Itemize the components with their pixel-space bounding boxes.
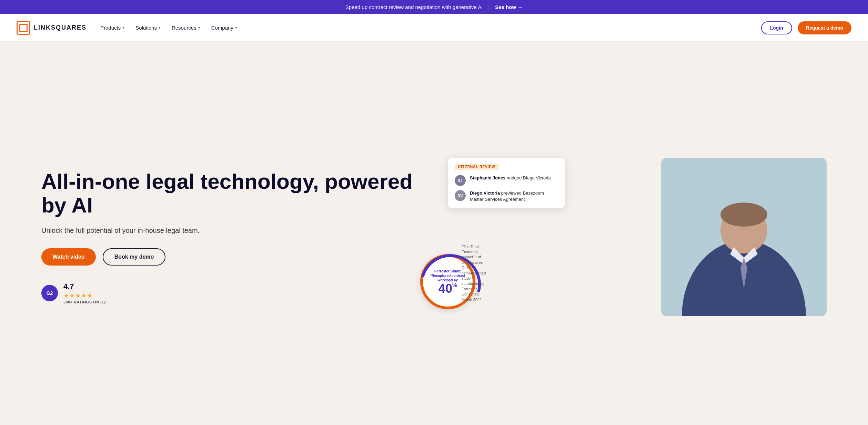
svg-point-3	[720, 203, 767, 227]
request-demo-button[interactable]: Request a demo	[798, 21, 851, 34]
g2-badge: G2	[41, 285, 58, 301]
chevron-down-icon: ▾	[198, 25, 200, 30]
see-how-link[interactable]: See how →	[495, 4, 523, 10]
banner-separator: |	[488, 4, 489, 10]
banner-text: Speed up contract review and negotiation…	[345, 4, 483, 10]
activity-text-sj: Stephanie Jones nudged Diego Victoria	[470, 175, 551, 181]
chevron-down-icon: ▾	[235, 25, 237, 30]
hero-image	[661, 158, 827, 316]
nav-left: LINKSQUARES Products ▾ Solutions ▾ Resou…	[17, 21, 237, 35]
hero-subtitle: Unlock the full potential of your in-hou…	[41, 227, 434, 235]
chevron-down-icon: ▾	[159, 25, 161, 30]
hero-right: INTERNAL REVIEW SJ Stephanie Jones nudge…	[434, 158, 827, 316]
activity-tag: INTERNAL REVIEW	[455, 164, 499, 170]
forrester-note: *The Total Economic Impact™ of LinkSquar…	[462, 244, 486, 302]
avatar-dv: DV	[455, 190, 466, 201]
nav-item-company[interactable]: Company ▾	[211, 25, 237, 31]
forrester-wrap: Forrester Study: *Recaptured contract wo…	[420, 254, 475, 309]
nav-item-resources[interactable]: Resources ▾	[172, 25, 200, 31]
forrester-percentage: 40%	[438, 282, 457, 295]
hero-section: All-in-one legal technology, powered by …	[0, 42, 868, 425]
nav-item-products[interactable]: Products ▾	[100, 25, 124, 31]
hero-buttons: Watch video Book my demo	[41, 248, 434, 266]
person-silhouette	[661, 158, 827, 316]
hero-title: All-in-one legal technology, powered by …	[41, 170, 434, 217]
navbar: LINKSQUARES Products ▾ Solutions ▾ Resou…	[0, 14, 868, 42]
rating-count: 300+ RATINGS ON G2	[63, 300, 106, 304]
activity-text-dv: Diego Victoria previewed Basezoom Master…	[470, 190, 558, 203]
top-banner: Speed up contract review and negotiation…	[0, 0, 868, 14]
book-demo-button[interactable]: Book my demo	[103, 248, 166, 266]
rating-row: G2 4.7 ★★★★★ 300+ RATINGS ON G2	[41, 282, 434, 304]
logo-text: LINKSQUARES	[34, 24, 87, 31]
activity-item-sj: SJ Stephanie Jones nudged Diego Victoria	[455, 175, 558, 186]
logo[interactable]: LINKSQUARES	[17, 21, 87, 35]
login-button[interactable]: Login	[761, 21, 792, 34]
activity-item-dv: DV Diego Victoria previewed Basezoom Mas…	[455, 190, 558, 203]
watch-video-button[interactable]: Watch video	[41, 248, 96, 266]
rating-score: 4.7	[63, 282, 106, 291]
avatar-sj: SJ	[455, 175, 466, 186]
hero-left: All-in-one legal technology, powered by …	[41, 170, 434, 304]
nav-right: Login Request a demo	[761, 21, 851, 34]
rating-stars: ★★★★★	[63, 292, 106, 299]
rating-info: 4.7 ★★★★★ 300+ RATINGS ON G2	[63, 282, 106, 304]
chevron-down-icon: ▾	[122, 25, 124, 30]
nav-items: Products ▾ Solutions ▾ Resources ▾ Compa…	[100, 25, 237, 31]
logo-icon	[17, 21, 30, 35]
activity-card: INTERNAL REVIEW SJ Stephanie Jones nudge…	[448, 158, 565, 208]
nav-item-solutions[interactable]: Solutions ▾	[135, 25, 161, 31]
